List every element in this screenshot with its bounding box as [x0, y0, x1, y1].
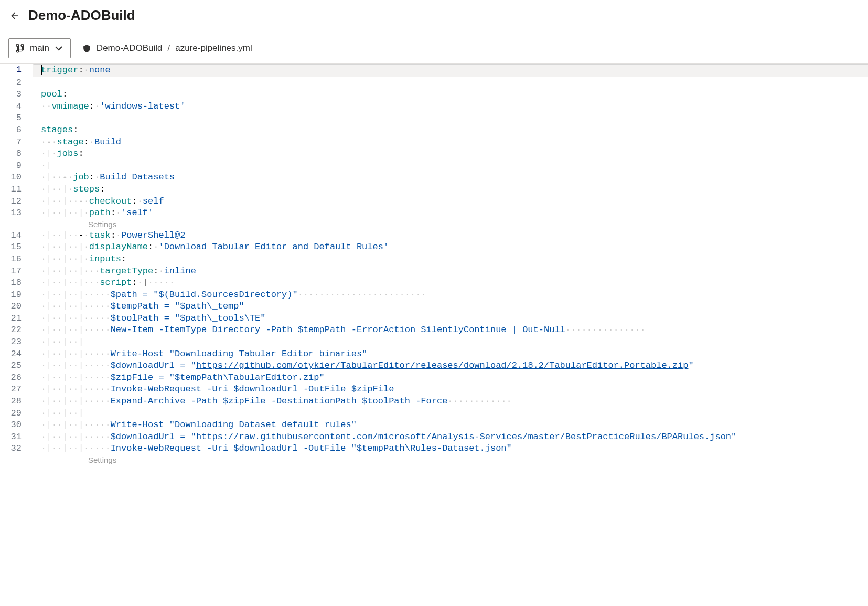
line-number: 28 — [0, 396, 33, 408]
code-line-8: 8·|·jobs: — [0, 148, 868, 160]
line-number: 19 — [0, 289, 33, 301]
line-number: 23 — [0, 336, 33, 348]
code-line-23: 23·|··|··| — [0, 336, 868, 348]
code-line-12: 12·|··|··-·checkout:·self — [0, 196, 868, 208]
line-number: 6 — [0, 124, 33, 136]
codelens-settings[interactable]: Settings — [33, 455, 868, 465]
code-line-28: 28·|··|··|·····Expand-Archive -Path $zip… — [0, 396, 868, 408]
code-line-29: 29·|··|··| — [0, 408, 868, 420]
line-number: 14 — [0, 230, 33, 242]
toolbar: main Demo-ADOBuild / azure-pipelines.yml — [0, 31, 868, 64]
code-line-5: 5 — [0, 112, 868, 124]
code-line-21: 21·|··|··|·····$toolPath = "$path\_tools… — [0, 313, 868, 325]
line-number: 21 — [0, 313, 33, 325]
repo-icon — [82, 44, 91, 53]
code-line-27: 27·|··|··|·····Invoke-WebRequest -Uri $d… — [0, 384, 868, 396]
code-line-24: 24·|··|··|·····Write-Host "Downloading T… — [0, 348, 868, 360]
code-line-25: 25·|··|··|·····$downloadUrl = "https://g… — [0, 360, 868, 372]
line-number: 27 — [0, 384, 33, 396]
page-title: Demo-ADOBuild — [28, 7, 135, 24]
line-number: 20 — [0, 301, 33, 313]
breadcrumb: Demo-ADOBuild / azure-pipelines.yml — [82, 43, 252, 54]
codelens-settings[interactable]: Settings — [33, 219, 868, 230]
code-line-20: 20·|··|··|·····$tempPath = "$path\_temp" — [0, 301, 868, 313]
code-line-2: 2 — [0, 77, 868, 89]
code-line-32: 32·|··|··|·····Invoke-WebRequest -Uri $d… — [0, 443, 868, 455]
branch-icon — [16, 44, 25, 53]
code-line-9: 9·| — [0, 160, 868, 172]
line-number: 12 — [0, 196, 33, 208]
line-number: 22 — [0, 324, 33, 336]
code-editor[interactable]: 1trigger:·none 2 3pool: 4··vmimage:·'win… — [0, 64, 868, 465]
code-line-13: 13·|··|··|·path:·'self' — [0, 207, 868, 219]
line-number: 30 — [0, 419, 33, 431]
line-number: 8 — [0, 148, 33, 160]
line-number: 17 — [0, 265, 33, 278]
line-number: 2 — [0, 77, 33, 89]
line-number: 24 — [0, 348, 33, 360]
breadcrumb-repo[interactable]: Demo-ADOBuild — [97, 43, 163, 54]
code-line-16: 16·|··|··|·inputs: — [0, 253, 868, 265]
line-number: 29 — [0, 408, 33, 420]
line-number: 11 — [0, 184, 33, 196]
line-number: 18 — [0, 277, 33, 289]
line-number: 3 — [0, 89, 33, 101]
code-line-22: 22·|··|··|·····New-Item -ItemType Direct… — [0, 324, 868, 336]
back-button[interactable] — [8, 9, 21, 22]
code-line-7: 7·-·stage:·Build — [0, 136, 868, 148]
line-number: 4 — [0, 101, 33, 113]
line-number: 26 — [0, 372, 33, 384]
branch-name: main — [30, 43, 49, 54]
page-header: Demo-ADOBuild — [0, 0, 868, 31]
code-line-11: 11·|··|·steps: — [0, 184, 868, 196]
code-line-19: 19·|··|··|·····$path = "$(Build.SourcesD… — [0, 289, 868, 301]
line-number: 7 — [0, 136, 33, 148]
code-line-10: 10·|··-·job:·Build_Datasets — [0, 172, 868, 184]
code-line-18: 18·|··|··|···script:·|····· — [0, 277, 868, 289]
arrow-left-icon — [9, 10, 20, 21]
code-line-15: 15·|··|··|·displayName:·'Download Tabula… — [0, 241, 868, 253]
code-line-17: 17·|··|··|···targetType:·inline — [0, 265, 868, 278]
code-line-30: 30·|··|··|·····Write-Host "Downloading D… — [0, 419, 868, 431]
breadcrumb-file[interactable]: azure-pipelines.yml — [175, 43, 252, 54]
code-line-3: 3pool: — [0, 89, 868, 101]
code-line-4: 4··vmimage:·'windows-latest' — [0, 101, 868, 113]
code-line-1: 1trigger:·none — [0, 64, 868, 77]
line-number: 16 — [0, 253, 33, 265]
code-line-14: 14·|··|··-·task:·PowerShell@2 — [0, 230, 868, 242]
code-line-31: 31·|··|··|·····$downloadUrl = "https://r… — [0, 431, 868, 443]
code-line-6: 6stages: — [0, 124, 868, 136]
breadcrumb-separator: / — [168, 43, 170, 54]
line-number: 10 — [0, 172, 33, 184]
line-number: 9 — [0, 160, 33, 172]
line-number: 31 — [0, 431, 33, 443]
line-number: 15 — [0, 241, 33, 253]
line-number: 1 — [0, 64, 33, 76]
line-number: 32 — [0, 443, 33, 455]
chevron-down-icon — [54, 44, 63, 53]
line-number: 5 — [0, 112, 33, 124]
line-number: 13 — [0, 207, 33, 219]
line-number: 25 — [0, 360, 33, 372]
branch-picker[interactable]: main — [8, 38, 71, 58]
code-line-26: 26·|··|··|·····$zipFile = "$tempPath\Tab… — [0, 372, 868, 384]
